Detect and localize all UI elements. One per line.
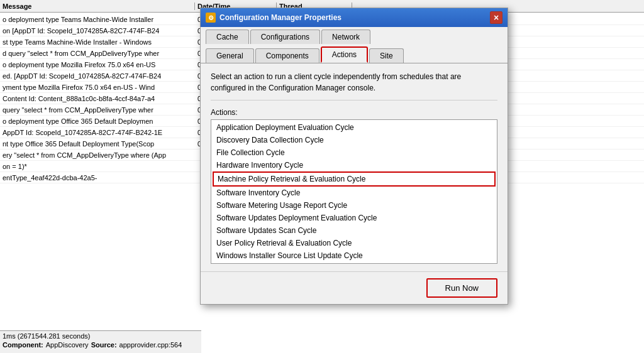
- action-item-software-inventory[interactable]: Software Inventory Cycle: [213, 187, 496, 199]
- tabs-row-1: Cache Configurations Network: [206, 27, 502, 44]
- action-item-discovery-data[interactable]: Discovery Data Collection Cycle: [213, 134, 496, 146]
- dialog-title: Configuration Manager Properties: [219, 13, 486, 22]
- status-bar: 1ms (2671544.281 seconds) Component: App…: [0, 330, 201, 353]
- action-item-software-metering[interactable]: Software Metering Usage Report Cycle: [213, 199, 496, 212]
- tab-network[interactable]: Network: [321, 30, 370, 44]
- status-line-2: Component: AppDiscovery Source: appprovi…: [3, 341, 199, 349]
- action-item-hardware-inventory[interactable]: Hardware Inventory Cycle: [213, 159, 496, 171]
- log-message: on [AppDT Id: ScopeId_1074285A-82C7-474F…: [0, 27, 195, 35]
- action-item-software-updates-scan[interactable]: Software Updates Scan Cycle: [213, 224, 496, 237]
- component-label: Component:: [3, 341, 43, 349]
- message-col-header: Message: [0, 3, 195, 10]
- log-message: nt type Office 365 Default Deployment Ty…: [0, 140, 195, 148]
- tab-components[interactable]: Components: [255, 48, 319, 63]
- tab-configurations[interactable]: Configurations: [250, 30, 320, 44]
- log-message: st type Teams Machine-Wide Installer - W…: [0, 38, 195, 46]
- tabs-row-2: General Components Actions Site: [206, 44, 502, 63]
- config-manager-dialog: ⚙ Configuration Manager Properties × Cac…: [200, 8, 508, 305]
- log-message: Content Id: Content_888a1c0c-b8fa-4ccf-8…: [0, 95, 195, 102]
- actions-listbox[interactable]: Application Deployment Evaluation CycleD…: [211, 119, 497, 264]
- tab-actions[interactable]: Actions: [321, 46, 368, 63]
- tab-general[interactable]: General: [206, 48, 254, 63]
- actions-label: Actions:: [211, 108, 497, 117]
- dialog-title-icon: ⚙: [206, 13, 216, 23]
- close-button[interactable]: ×: [490, 11, 502, 24]
- action-item-app-deployment[interactable]: Application Deployment Evaluation Cycle: [213, 121, 496, 134]
- timing-text: 1ms (2671544.281 seconds): [3, 332, 90, 340]
- component-value: AppDiscovery: [46, 341, 89, 349]
- action-item-windows-installer[interactable]: Windows Installer Source List Update Cyc…: [213, 249, 496, 262]
- dialog-footer: Run Now: [201, 271, 508, 304]
- log-message: o deployment type Office 365 Default Dep…: [0, 117, 195, 125]
- source-value: appprovider.cpp:564: [119, 341, 182, 349]
- log-message: AppDT Id: ScopeId_1074285A-82C7-474F-B24…: [0, 129, 195, 136]
- dialog-description: Select an action to run a client cycle i…: [211, 71, 497, 100]
- action-item-file-collection[interactable]: File Collection Cycle: [213, 146, 496, 159]
- dialog-tabs: Cache Configurations Network General Com…: [201, 27, 508, 63]
- action-item-software-updates-deployment[interactable]: Software Updates Deployment Evaluation C…: [213, 212, 496, 224]
- tab-site[interactable]: Site: [369, 48, 404, 63]
- dialog-body: Select an action to run a client cycle i…: [201, 63, 508, 271]
- tab-cache[interactable]: Cache: [206, 30, 249, 44]
- action-item-user-policy[interactable]: User Policy Retrieval & Evaluation Cycle: [213, 237, 496, 249]
- log-message: query "select * from CCM_AppDeliveryType…: [0, 106, 195, 114]
- log-message: d query "select * from CCM_AppDeliveryTy…: [0, 50, 195, 57]
- status-line-1: 1ms (2671544.281 seconds): [3, 332, 199, 340]
- source-label: Source:: [91, 341, 117, 349]
- log-message: yment type Mozilla Firefox 75.0 x64 en-U…: [0, 84, 195, 91]
- log-message: ed. [AppDT Id: ScopeId_1074285A-82C7-474…: [0, 72, 195, 80]
- action-item-machine-policy[interactable]: Machine Policy Retrieval & Evaluation Cy…: [213, 171, 496, 187]
- run-now-button[interactable]: Run Now: [426, 278, 497, 298]
- log-message: o deployment type Mozilla Firefox 75.0 x…: [0, 61, 195, 68]
- dialog-titlebar: ⚙ Configuration Manager Properties ×: [201, 8, 508, 27]
- log-message: o deployment type Teams Machine-Wide Ins…: [0, 16, 195, 23]
